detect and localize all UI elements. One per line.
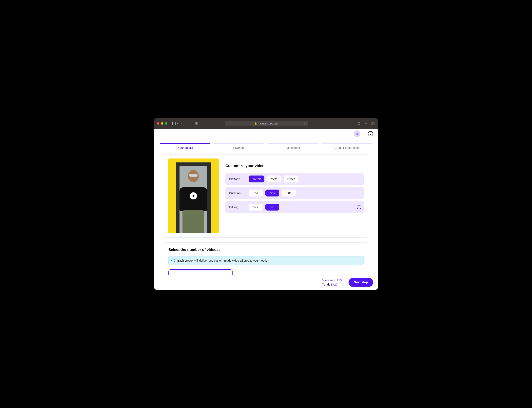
option-duration-15s[interactable]: 15s xyxy=(249,190,263,196)
total-label: Total: xyxy=(322,283,331,286)
notice-text: Each creator will deliver one custom-mad… xyxy=(177,259,268,262)
step-label: Payment xyxy=(214,146,264,149)
svg-rect-1 xyxy=(372,122,375,124)
lock-icon: 🔒 xyxy=(254,122,257,125)
browser-chrome: ▾ ‹ › 🔒 manage.billo.app ↻ + xyxy=(154,118,378,129)
svg-rect-0 xyxy=(372,123,374,125)
footer-bar: 3 videos x $139 Total: $417 Next step xyxy=(154,275,378,290)
customize-heading: Customize your video: xyxy=(225,164,364,168)
row-editing: Editing: Yes No i xyxy=(225,201,364,213)
new-tab-icon[interactable]: + xyxy=(364,122,368,125)
alert-icon: ! xyxy=(172,259,175,262)
step-creator-preferences[interactable]: Creator preferences xyxy=(322,143,372,149)
address-bar[interactable]: 🔒 manage.billo.app ↻ xyxy=(225,121,308,126)
step-label: Creator preferences xyxy=(322,146,372,149)
browser-window: ▾ ‹ › 🔒 manage.billo.app ↻ + tt xyxy=(154,118,378,290)
editing-label: Editing: xyxy=(229,205,246,209)
window-controls xyxy=(157,122,167,125)
row-duration: Duration: 15s 30s 60s xyxy=(225,187,364,199)
info-notice: ! Each creator will deliver one custom-m… xyxy=(168,256,364,265)
step-bar xyxy=(214,143,264,144)
step-bar xyxy=(160,143,210,144)
play-icon[interactable] xyxy=(190,192,197,199)
close-window-button[interactable] xyxy=(157,122,159,125)
url-text: manage.billo.app xyxy=(259,122,278,125)
maximize-window-button[interactable] xyxy=(165,122,167,125)
sidebar-toggle-icon[interactable] xyxy=(171,122,176,125)
creators-count-box[interactable]: Number of creators: xyxy=(168,269,232,275)
videos-heading: Select the number of videos: xyxy=(168,247,364,252)
share-icon[interactable] xyxy=(357,122,361,125)
page: tt ⌄ ? Order details Payment Video brief… xyxy=(154,129,378,290)
minimize-window-button[interactable] xyxy=(161,122,163,125)
step-order-details[interactable]: Order details xyxy=(160,143,210,149)
content-scroll[interactable]: Customize your video: Platform: TikTok M… xyxy=(154,149,378,275)
platform-label: Platform: xyxy=(229,177,246,181)
step-payment[interactable]: Payment xyxy=(214,143,264,149)
videos-card: Select the number of videos: ! Each crea… xyxy=(164,242,368,275)
price-summary: 3 videos x $139 Total: $417 xyxy=(322,278,343,287)
step-bar xyxy=(322,143,372,144)
app-header: tt ⌄ ? xyxy=(154,129,378,139)
total-value: $417 xyxy=(331,283,338,286)
option-platform-tiktok[interactable]: TikTok xyxy=(249,176,264,182)
step-label: Video brief xyxy=(268,146,318,149)
chevron-down-icon[interactable]: ▾ xyxy=(177,122,178,125)
reload-icon[interactable]: ↻ xyxy=(304,122,306,125)
option-editing-yes[interactable]: Yes xyxy=(249,204,263,211)
avatar[interactable]: tt xyxy=(354,130,360,137)
privacy-shield-icon[interactable] xyxy=(195,122,198,125)
step-label: Order details xyxy=(160,146,210,149)
option-duration-30s[interactable]: 30s xyxy=(266,190,279,196)
help-icon[interactable]: ? xyxy=(368,131,373,136)
customize-card: Customize your video: Platform: TikTok M… xyxy=(164,154,368,238)
option-editing-no[interactable]: No xyxy=(266,204,279,211)
option-duration-60s[interactable]: 60s xyxy=(282,190,296,196)
row-platform: Platform: TikTok Meta Other xyxy=(225,173,364,185)
price-breakdown: 3 videos x $139 xyxy=(322,278,343,282)
progress-stepper: Order details Payment Video brief Creato… xyxy=(154,139,378,149)
option-platform-meta[interactable]: Meta xyxy=(267,176,281,182)
avatar-initials: tt xyxy=(356,132,358,135)
duration-label: Duration: xyxy=(229,191,246,195)
step-bar xyxy=(268,143,318,144)
nav-back-icon[interactable]: ‹ xyxy=(181,121,182,126)
video-preview[interactable] xyxy=(168,159,219,233)
customize-panel: Customize your video: Platform: TikTok M… xyxy=(225,159,364,233)
info-icon[interactable]: i xyxy=(357,205,361,209)
tab-overview-icon[interactable] xyxy=(371,122,375,125)
next-step-button[interactable]: Next step xyxy=(349,278,373,287)
option-platform-other[interactable]: Other xyxy=(284,176,299,182)
nav-forward-icon[interactable]: › xyxy=(186,121,188,126)
account-menu-chevron-icon[interactable]: ⌄ xyxy=(363,132,365,135)
step-video-brief[interactable]: Video brief xyxy=(268,143,318,149)
